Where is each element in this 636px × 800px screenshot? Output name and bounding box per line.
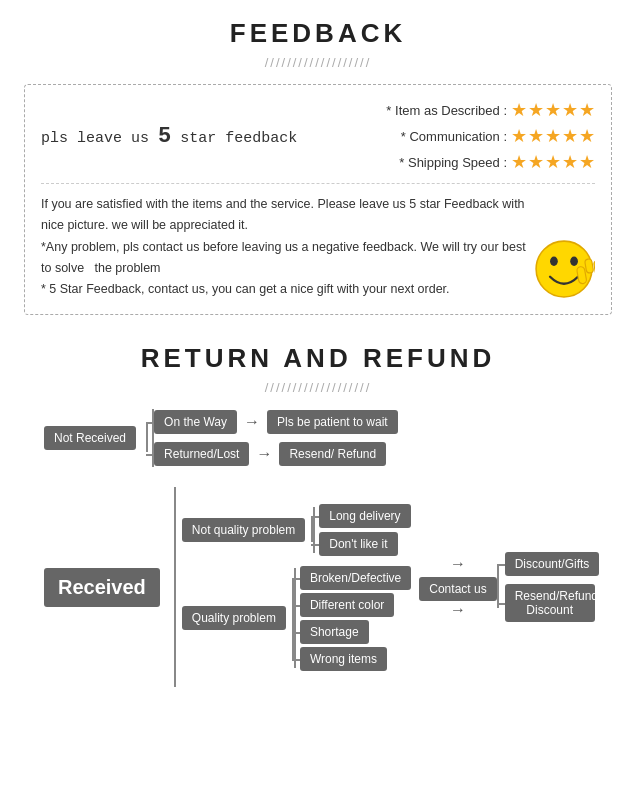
feedback-section: FEEDBACK /////////////////// pls leave u… <box>0 0 636 325</box>
gifts-fork: Discount/Gifts Resend/Refund/Discount <box>505 552 600 622</box>
rating-label-item-described: * Item as Described : <box>377 103 507 118</box>
not-received-tree: Not Received On the Way → Pls be patient… <box>44 409 592 467</box>
gifts-resend-refund: Resend/Refund/Discount <box>505 584 600 622</box>
nqp-label: Not quality problem <box>182 518 305 542</box>
emoji-icon <box>533 238 595 300</box>
qp-label: Quality problem <box>182 606 286 630</box>
qp-fork: Broken/Defective Different color Shortag… <box>300 566 411 671</box>
received-tree: Received Not quality problem Long delive… <box>44 487 592 687</box>
on-the-way-label: On the Way <box>154 410 237 434</box>
qp-different-color: Different color <box>300 593 411 617</box>
qp-group: Quality problem Broken/Defective Differe… <box>182 566 411 671</box>
rating-row-communication: * Communication : ★★★★★ <box>377 125 595 147</box>
returned-lost-label: Returned/Lost <box>154 442 249 466</box>
feedback-body-area: If you are satisfied with the items and … <box>41 194 595 300</box>
nqp-fork: Long delivery Don't like it <box>319 504 410 556</box>
rating-row-shipping: * Shipping Speed : ★★★★★ <box>377 151 595 173</box>
different-color-label: Different color <box>300 593 394 617</box>
rating-row-item-described: * Item as Described : ★★★★★ <box>377 99 595 121</box>
gifts-discount: Discount/Gifts <box>505 552 600 576</box>
nqp-group: Not quality problem Long delivery Don't … <box>182 504 411 556</box>
refund-section: RETURN AND REFUND /////////////////// No… <box>0 325 636 697</box>
received-mid: Not quality problem Long delivery Don't … <box>182 504 411 671</box>
stars-shipping: ★★★★★ <box>511 151 595 173</box>
svg-point-2 <box>570 257 578 266</box>
stars-communication: ★★★★★ <box>511 125 595 147</box>
shortage-label: Shortage <box>300 620 369 644</box>
stars-item-described: ★★★★★ <box>511 99 595 121</box>
broken-defective-label: Broken/Defective <box>300 566 411 590</box>
not-received-root: Not Received <box>44 426 136 450</box>
feedback-top: pls leave us 5 star feedback * Item as D… <box>41 99 595 184</box>
nr-branch-on-the-way: On the Way → Pls be patient to wait <box>154 410 398 434</box>
feedback-title: FEEDBACK <box>24 18 612 49</box>
resend-refund-discount-label: Resend/Refund/Discount <box>505 584 595 622</box>
contact-us-block: → Contact us → <box>419 555 496 619</box>
arrow-icon-2: → <box>256 445 272 463</box>
qp-shortage: Shortage <box>300 620 411 644</box>
feedback-suffix: star feedback <box>171 130 297 147</box>
arrow-from-contact-icon: → <box>450 601 466 619</box>
arrow-to-contact-icon: → <box>450 555 466 573</box>
feedback-prefix: pls leave us <box>41 130 158 147</box>
received-label: Received <box>44 568 160 607</box>
feedback-box: pls leave us 5 star feedback * Item as D… <box>24 84 612 315</box>
nqp-dont-like: Don't like it <box>319 532 410 556</box>
dont-like-label: Don't like it <box>319 532 397 556</box>
not-received-fork: On the Way → Pls be patient to wait Retu… <box>154 410 398 466</box>
contact-us-label: Contact us <box>419 577 496 601</box>
flowchart: Not Received On the Way → Pls be patient… <box>24 409 612 687</box>
rating-label-shipping: * Shipping Speed : <box>377 155 507 170</box>
feedback-star-number: 5 <box>158 124 171 149</box>
long-delivery-label: Long delivery <box>319 504 410 528</box>
pls-be-patient-label: Pls be patient to wait <box>267 410 398 434</box>
wrong-items-label: Wrong items <box>300 647 387 671</box>
refund-divider: /////////////////// <box>24 380 612 395</box>
rating-label-communication: * Communication : <box>377 129 507 144</box>
qp-broken: Broken/Defective <box>300 566 411 590</box>
svg-rect-5 <box>593 260 595 275</box>
nr-branch-returned-lost: Returned/Lost → Resend/ Refund <box>154 442 398 466</box>
received-root: Received <box>44 568 160 607</box>
not-received-label: Not Received <box>44 426 136 450</box>
feedback-divider: /////////////////// <box>24 55 612 70</box>
nqp-long-delivery: Long delivery <box>319 504 410 528</box>
arrow-icon: → <box>244 413 260 431</box>
resend-refund-label: Resend/ Refund <box>279 442 386 466</box>
feedback-body-text: If you are satisfied with the items and … <box>41 194 533 300</box>
discount-gifts-label: Discount/Gifts <box>505 552 600 576</box>
feedback-ratings: * Item as Described : ★★★★★ * Communicat… <box>377 99 595 173</box>
refund-title: RETURN AND REFUND <box>24 343 612 374</box>
feedback-left-text: pls leave us 5 star feedback <box>41 124 297 149</box>
svg-point-1 <box>550 257 558 266</box>
qp-wrong-items: Wrong items <box>300 647 411 671</box>
